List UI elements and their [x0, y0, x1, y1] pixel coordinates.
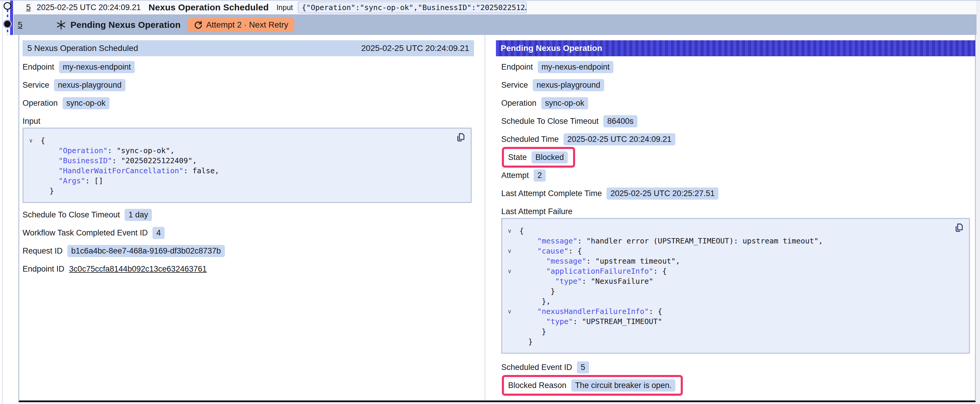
collapse-chevron-icon[interactable]: ∨	[29, 138, 33, 143]
panel-title: 5 Nexus Operation Scheduled	[27, 44, 138, 53]
field-value-chip: 86400s	[603, 115, 637, 127]
json-line-text: "type": "NexusFailure"	[519, 277, 654, 285]
copy-icon[interactable]	[455, 132, 466, 143]
event-row-scheduled[interactable]: 5 2025-02-25 UTC 20:24:09.21 Nexus Opera…	[14, 1, 977, 14]
json-line: "message": "upstream timeout",	[502, 256, 969, 266]
json-line: }	[502, 327, 969, 337]
pending-operation-icon	[56, 19, 67, 30]
field-row: Schedule To Close Timeout86400s	[501, 115, 637, 127]
field-value-chip: 4	[153, 227, 165, 239]
field-list: Endpointmy-nexus-endpointServicenexus-pl…	[22, 56, 474, 109]
field-label: Attempt	[501, 171, 529, 180]
json-line: "type": "UPSTREAM_TIMEOUT"	[502, 317, 969, 327]
field-label: Service	[22, 81, 49, 90]
event-id-link[interactable]: 5	[26, 3, 31, 12]
json-line: }	[502, 337, 969, 347]
field-label: Endpoint	[501, 62, 533, 72]
field-label: Request ID	[22, 246, 63, 256]
panel-divider	[485, 35, 485, 401]
field-label: Workflow Task Completed Event ID	[22, 228, 148, 238]
field-value-chip: nexus-playground	[54, 79, 126, 91]
scheduled-event-panel: 5 Nexus Operation Scheduled 2025-02-25 U…	[22, 40, 474, 281]
timeline-scheduled-marker-icon	[3, 2, 11, 10]
field-value-chip: The circuit breaker is open.	[571, 379, 676, 391]
event-row-pending-selected[interactable]: 5 Pending Nexus Operation Attempt 2 · Ne…	[14, 14, 977, 35]
field-label: State	[508, 153, 527, 162]
retry-icon	[194, 21, 203, 29]
json-line-text: "cause": {	[519, 247, 582, 255]
field-value-chip: 2025-02-25 UTC 20:24:09.21	[563, 133, 675, 146]
retry-attempt-badge: Attempt 2 · Next Retry	[188, 18, 294, 32]
json-line: "BusinessID": "20250225122409",	[24, 156, 471, 166]
field-label: Schedule To Close Timeout	[22, 210, 120, 219]
event-timestamp: 2025-02-25 UTC 20:24:09.21	[37, 3, 141, 12]
json-line: "HandlerWaitForCancellation": false,	[24, 166, 471, 176]
field-row: Operationsync-op-ok	[22, 97, 110, 109]
json-line: "type": "NexusFailure"	[502, 276, 969, 287]
json-line: "Operation": "sync-op-ok",	[24, 146, 471, 156]
json-line: }	[24, 186, 471, 196]
event-id-link[interactable]: 5	[18, 20, 22, 30]
event-title: Nexus Operation Scheduled	[149, 2, 269, 13]
field-row: Scheduled Time2025-02-25 UTC 20:24:09.21	[501, 133, 675, 145]
collapse-chevron-icon[interactable]: ∨	[508, 228, 512, 234]
field-label: Operation	[501, 99, 536, 108]
field-row: Endpointmy-nexus-endpoint	[501, 61, 613, 73]
field-row: Attempt2	[501, 170, 546, 181]
json-line-text: }	[519, 327, 546, 336]
copy-icon[interactable]	[954, 222, 964, 233]
field-value-chip: 2	[534, 170, 546, 182]
json-line-text: }	[41, 187, 54, 195]
field-label: Schedule To Close Timeout	[501, 117, 598, 126]
field-value-chip: my-nexus-endpoint	[538, 61, 614, 73]
collapse-chevron-icon[interactable]: ∨	[508, 309, 512, 314]
json-line-text: {	[519, 227, 524, 235]
field-list: Endpointmy-nexus-endpointServicenexus-pl…	[496, 56, 975, 199]
json-line: ∨ "cause": {	[502, 246, 969, 256]
field-value-chip: sync-op-ok	[541, 97, 588, 109]
field-label: Endpoint ID	[22, 265, 64, 274]
failure-json-viewer: ∨{ "message": "handler error (UPSTREAM_T…	[501, 218, 970, 354]
event-input-preview-chip[interactable]: {"Operation":"sync-op-ok","BusinessID":"…	[298, 2, 527, 13]
field-row: Scheduled Event ID5	[501, 361, 589, 373]
page-left-border	[2, 0, 3, 404]
field-value-chip: nexus-playground	[533, 79, 604, 91]
pending-panel-header: Pending Nexus Operation	[496, 40, 975, 56]
field-label: Last Attempt Complete Time	[501, 189, 602, 198]
json-line: ∨ "nexusHandlerFailureInfo": {	[502, 307, 969, 317]
vertical-scrollbar[interactable]	[977, 1, 980, 404]
field-row: Request IDb1c6a4bc-8ee7-468a-9169-df3b02…	[22, 245, 225, 257]
input-json-viewer: ∨{ "Operation": "sync-op-ok", "BusinessI…	[22, 128, 472, 203]
pending-event-title: Pending Nexus Operation	[71, 20, 181, 30]
field-value-link[interactable]: 3c0c75ccfa8144b092c13ce632463761	[69, 265, 207, 274]
collapse-chevron-icon[interactable]: ∨	[508, 268, 512, 274]
field-label: Service	[501, 81, 528, 90]
json-line-text: {	[41, 136, 45, 145]
json-line: ∨{	[502, 226, 969, 236]
json-line-text: }	[519, 337, 533, 346]
field-row: Endpoint ID3c0c75ccfa8144b092c13ce632463…	[22, 263, 207, 275]
collapse-chevron-icon[interactable]: ∨	[508, 248, 512, 254]
json-line-text: "Operation": "sync-op-ok",	[41, 146, 175, 155]
json-line-text: "HandlerWaitForCancellation": false,	[41, 166, 219, 175]
field-label: Operation	[22, 99, 58, 108]
field-value-chip: sync-op-ok	[63, 97, 110, 109]
field-row: Endpointmy-nexus-endpoint	[22, 61, 135, 73]
json-line: }	[502, 287, 969, 296]
retry-badge-label: Attempt 2 · Next Retry	[206, 20, 288, 30]
field-value-chip: my-nexus-endpoint	[59, 61, 135, 73]
json-line: "message": "handler error (UPSTREAM_TIME…	[502, 236, 969, 246]
json-line-text: },	[519, 297, 550, 306]
field-row: Workflow Task Completed Event ID4	[22, 227, 165, 239]
field-label: Blocked Reason	[508, 381, 566, 390]
field-value-chip: 2025-02-25 UTC 20:25:27.51	[606, 187, 718, 200]
json-line: "Args": []	[24, 176, 471, 186]
field-row-highlighted: StateBlocked	[502, 147, 575, 168]
field-value-chip: 5	[577, 361, 589, 374]
field-value-chip: Blocked	[531, 151, 568, 163]
json-line-text: "BusinessID": "20250225122409",	[41, 156, 197, 165]
field-label: Scheduled Event ID	[501, 363, 572, 372]
field-label: Scheduled Time	[501, 135, 559, 144]
field-value-chip: b1c6a4bc-8ee7-468a-9169-df3b02c8737b	[67, 245, 224, 257]
pending-operation-panel: Pending Nexus Operation Endpointmy-nexus…	[496, 40, 975, 398]
